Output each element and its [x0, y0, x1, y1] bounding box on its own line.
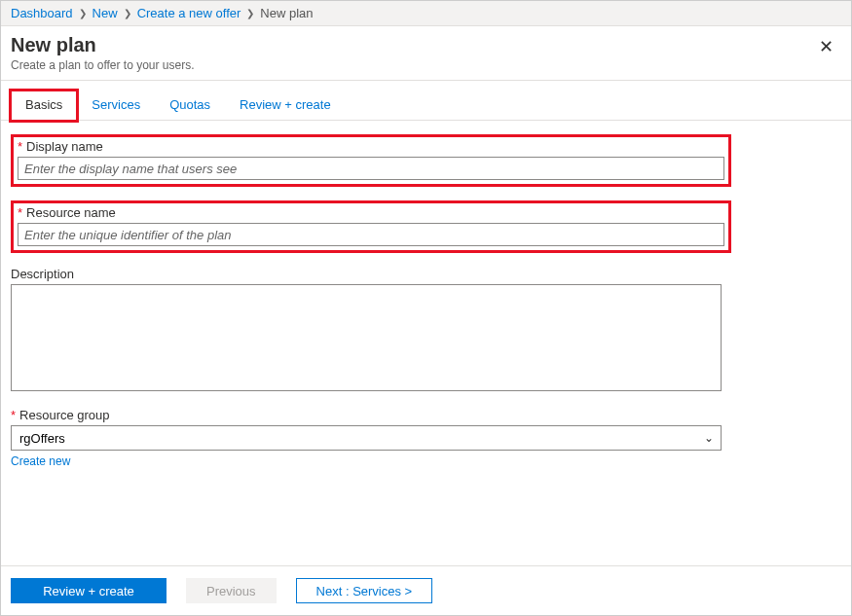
form-area: * Display name * Resource name Descripti… [1, 121, 851, 565]
display-name-group: * Display name [11, 134, 731, 187]
page-subtitle: Create a plan to offer to your users. [11, 58, 195, 72]
resource-name-label: Resource name [26, 205, 116, 220]
resource-name-input[interactable] [18, 223, 724, 246]
breadcrumb-current: New plan [260, 6, 313, 20]
required-indicator: * [18, 205, 22, 220]
page-header: New plan Create a plan to offer to your … [1, 26, 851, 81]
chevron-right-icon: ❯ [79, 8, 87, 18]
breadcrumb-create-offer[interactable]: Create a new offer [137, 6, 241, 20]
resource-group-select[interactable]: rgOffers [11, 425, 722, 451]
tab-review[interactable]: Review + create [225, 91, 346, 121]
description-label: Description [11, 267, 74, 281]
chevron-right-icon: ❯ [124, 8, 131, 18]
description-input[interactable] [11, 284, 722, 391]
required-indicator: * [11, 408, 16, 422]
breadcrumb-new[interactable]: New [93, 6, 118, 20]
footer: Review + create Previous Next : Services… [1, 565, 851, 615]
breadcrumb-dashboard[interactable]: Dashboard [11, 6, 73, 20]
next-button[interactable]: Next : Services > [296, 578, 433, 603]
tab-basics[interactable]: Basics [11, 91, 77, 121]
previous-button: Previous [186, 578, 277, 603]
resource-name-group: * Resource name [11, 200, 731, 253]
tab-services[interactable]: Services [77, 91, 155, 121]
resource-group-label: Resource group [19, 408, 110, 422]
display-name-input[interactable] [18, 157, 724, 180]
tab-quotas[interactable]: Quotas [155, 91, 225, 121]
breadcrumb: Dashboard ❯ New ❯ Create a new offer ❯ N… [1, 1, 851, 26]
chevron-right-icon: ❯ [246, 8, 254, 18]
create-new-link[interactable]: Create new [11, 454, 70, 468]
page-title: New plan [11, 34, 195, 56]
tabs: Basics Services Quotas Review + create [1, 81, 851, 121]
display-name-label: Display name [26, 139, 103, 154]
close-icon[interactable]: ✕ [815, 34, 837, 59]
required-indicator: * [18, 139, 22, 154]
review-create-button[interactable]: Review + create [11, 578, 167, 603]
